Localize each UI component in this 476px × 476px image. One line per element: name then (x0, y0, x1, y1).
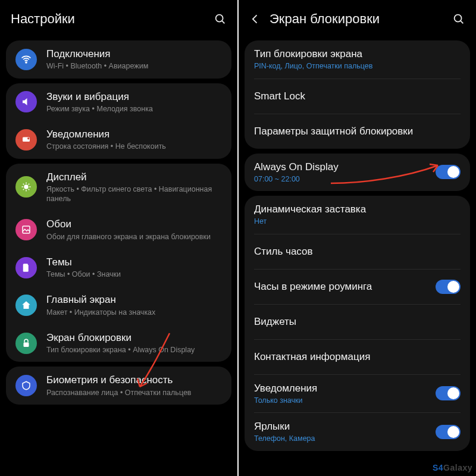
settings-item-connections[interactable]: Подключения Wi-Fi • Bluetooth • Авиарежи… (6, 40, 231, 79)
settings-item-display[interactable]: Дисплей Яркость • Фильтр синего света • … (6, 164, 231, 211)
lockscreen-header: Экран блокировки (239, 0, 476, 36)
item-always-on-display[interactable]: Always On Display 07:00 ~ 22:00 (245, 154, 470, 192)
item-subtitle: Яркость • Фильтр синего света • Навигаци… (46, 184, 222, 204)
item-title: Обои (46, 218, 222, 230)
biometrics-icon (15, 375, 37, 396)
svg-line-10 (23, 184, 24, 185)
svg-point-2 (26, 62, 27, 63)
lockscreen-title: Экран блокировки (270, 11, 452, 27)
item-subtitle: PIN-код, Лицо, Отпечатки пальцев (254, 61, 461, 71)
settings-pane: Настройки Подключения Wi-Fi • Bluetooth … (0, 0, 237, 476)
item-title: Виджеты (254, 315, 461, 328)
item-title: Подключения (46, 48, 222, 60)
home-icon (15, 295, 37, 316)
item-subtitle: Макет • Индикаторы на значках (46, 308, 222, 317)
item-notifications[interactable]: Уведомления Только значки (245, 375, 470, 413)
settings-item-notifications[interactable]: Уведомления Строка состояния • Не беспок… (6, 121, 231, 159)
item-smart-lock[interactable]: Smart Lock (245, 79, 470, 114)
search-icon[interactable] (214, 12, 227, 26)
item-title: Smart Lock (254, 90, 461, 102)
toggle-roaming-clock[interactable] (436, 280, 461, 294)
toggle-always-on-display[interactable] (436, 165, 461, 179)
search-icon[interactable] (452, 12, 465, 26)
svg-point-4 (27, 137, 29, 139)
wifi-icon (15, 49, 37, 70)
settings-group: Подключения Wi-Fi • Bluetooth • Авиарежи… (6, 40, 231, 79)
item-title: Экран блокировки (46, 331, 222, 344)
item-subtitle: Распознавание лица • Отпечатки пальцев (46, 388, 222, 397)
item-title: Звуки и вибрация (46, 90, 222, 103)
item-title: Главный экран (46, 293, 222, 306)
item-lock-type[interactable]: Тип блокировки экрана PIN-код, Лицо, Отп… (245, 40, 470, 79)
svg-rect-15 (24, 342, 29, 347)
settings-item-lockscreen[interactable]: Экран блокировки Тип блокировки экрана •… (6, 324, 231, 362)
item-title: Дисплей (46, 171, 222, 183)
item-subtitle: Темы • Обои • Значки (46, 270, 222, 279)
settings-item-biometrics[interactable]: Биометрия и безопасность Распознавание л… (6, 367, 231, 405)
item-subtitle: Wi-Fi • Bluetooth • Авиарежим (46, 61, 222, 71)
sound-icon (15, 91, 37, 112)
item-secure-lock-settings[interactable]: Параметры защитной блокировки (245, 114, 470, 149)
item-subtitle: Режим звука • Мелодия звонка (46, 104, 222, 114)
themes-icon (15, 257, 37, 278)
item-dynamic-screensaver[interactable]: Динамическая заставка Нет (245, 196, 470, 234)
svg-line-17 (461, 21, 463, 23)
item-widgets[interactable]: Виджеты (245, 305, 470, 339)
watermark: S4Galaxy (433, 463, 472, 472)
item-subtitle: Тип блокировки экрана • Always On Displa… (46, 345, 222, 355)
item-subtitle: 07:00 ~ 22:00 (254, 174, 430, 184)
settings-group: Дисплей Яркость • Фильтр синего света • … (6, 164, 231, 362)
item-title: Динамическая заставка (254, 203, 461, 215)
item-title: Контактная информация (254, 350, 461, 363)
item-title: Темы (46, 256, 222, 268)
settings-item-home[interactable]: Главный экран Макет • Индикаторы на знач… (6, 286, 231, 324)
svg-point-5 (24, 185, 28, 189)
toggle-shortcuts[interactable] (436, 425, 461, 439)
item-clock-style[interactable]: Стиль часов (245, 234, 470, 269)
item-title: Уведомления (46, 128, 222, 140)
settings-item-sounds[interactable]: Звуки и вибрация Режим звука • Мелодия з… (6, 83, 231, 121)
svg-line-11 (29, 189, 30, 190)
svg-point-0 (216, 15, 223, 22)
item-title: Ярлыки (254, 420, 430, 433)
item-title: Стиль часов (254, 245, 461, 258)
item-title: Always On Display (254, 161, 430, 173)
item-title: Часы в режиме роуминга (254, 280, 430, 293)
svg-line-12 (23, 189, 24, 190)
item-title: Параметры защитной блокировки (254, 125, 461, 137)
item-subtitle: Нет (254, 217, 461, 226)
item-subtitle: Телефон, Камера (254, 434, 430, 443)
svg-point-16 (455, 15, 462, 22)
lockscreen-group: Тип блокировки экрана PIN-код, Лицо, Отп… (245, 40, 470, 149)
svg-rect-14 (23, 226, 30, 233)
item-subtitle: Только значки (254, 396, 430, 405)
item-subtitle: Строка состояния • Не беспокоить (46, 142, 222, 151)
settings-title: Настройки (11, 11, 214, 27)
item-title: Уведомления (254, 382, 430, 394)
lock-icon (15, 333, 37, 354)
display-icon (15, 176, 37, 198)
item-roaming-clock[interactable]: Часы в режиме роуминга (245, 270, 470, 304)
lockscreen-group: Динамическая заставка Нет Стиль часов Ча… (245, 196, 470, 451)
back-button[interactable] (249, 13, 261, 25)
settings-item-wallpaper[interactable]: Обои Обои для главного экрана и экрана б… (6, 211, 231, 249)
settings-group: Биометрия и безопасность Распознавание л… (6, 367, 231, 405)
wallpaper-icon (15, 219, 37, 240)
lockscreen-group: Always On Display 07:00 ~ 22:00 (245, 154, 470, 192)
settings-group: Звуки и вибрация Режим звука • Мелодия з… (6, 83, 231, 159)
notification-icon (15, 129, 37, 151)
toggle-notifications[interactable] (436, 386, 461, 400)
item-title: Тип блокировки экрана (254, 48, 461, 60)
svg-line-13 (29, 184, 30, 185)
item-title: Биометрия и безопасность (46, 374, 222, 386)
item-contact-info[interactable]: Контактная информация (245, 340, 470, 374)
item-shortcuts[interactable]: Ярлыки Телефон, Камера (245, 413, 470, 451)
item-subtitle: Обои для главного экрана и экрана блокир… (46, 232, 222, 242)
settings-item-themes[interactable]: Темы Темы • Обои • Значки (6, 249, 231, 287)
settings-header: Настройки (0, 0, 237, 36)
lockscreen-pane: Экран блокировки Тип блокировки экрана P… (239, 0, 476, 476)
svg-line-1 (222, 21, 224, 23)
